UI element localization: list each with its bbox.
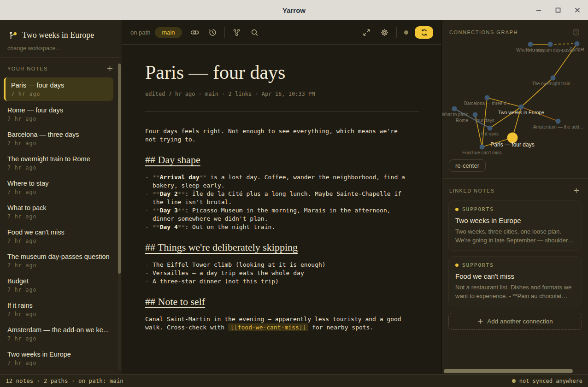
note-list-item[interactable]: If it rains7 hr ago: [0, 297, 122, 322]
graph-node-train[interactable]: [551, 76, 556, 81]
section-heading: ## Things we're deliberately skipping: [145, 243, 431, 252]
graph-node-where[interactable]: [528, 42, 533, 47]
list-item: -The Eiffel Tower climb (looking at it i…: [145, 261, 431, 269]
note-item-timestamp: 7 hr ago: [7, 287, 114, 293]
graph-help-button[interactable]: ?: [571, 28, 581, 37]
toolbar-divider-2: [396, 27, 397, 38]
graph-node-food[interactable]: [480, 145, 485, 150]
close-button[interactable]: [571, 4, 583, 16]
linked-notes-heading: LINKED NOTES: [449, 188, 495, 194]
wikilink[interactable]: [[food-we-cant-miss]]: [228, 323, 308, 331]
note-list-item[interactable]: Budget7 hr ago: [0, 273, 122, 297]
list-item: -**Day 2**: Île de la Cité plus a long l…: [145, 190, 431, 206]
sync-status-dot: [404, 30, 408, 35]
bullet-marker: -: [145, 277, 153, 286]
note-item-timestamp: 7 hr ago: [7, 140, 114, 147]
note-item-timestamp: 7 hr ago: [7, 213, 114, 220]
note-list-item[interactable]: The museum day-passes question7 hr ago: [0, 248, 122, 273]
app-logo-icon: [7, 29, 18, 41]
graph-node-central[interactable]: [519, 105, 524, 110]
window-titlebar: Yarrow: [0, 0, 588, 20]
graph-node-budget[interactable]: [575, 41, 580, 47]
graph-node-rains[interactable]: [488, 126, 493, 131]
graph-node-label-central: Two weeks in Europe: [498, 110, 544, 115]
note-title: Paris — four days: [145, 61, 441, 83]
connections-graph-svg[interactable]: Where to stayThe museum day-pass...Budge…: [442, 20, 588, 158]
graph-node-barcelona[interactable]: [485, 95, 490, 100]
graph-node-label-amsterdam: Amsterdam — the add...: [533, 124, 583, 129]
toolbar-divider: [224, 27, 225, 38]
search-button[interactable]: [249, 27, 260, 38]
connections-graph-section: Where to stayThe museum day-pass...Budge…: [442, 20, 588, 179]
graph-node-pack[interactable]: [452, 106, 457, 111]
note-item-timestamp: 7 hr ago: [11, 91, 108, 97]
expand-icon: [362, 28, 371, 37]
path-badge-main[interactable]: main: [155, 27, 182, 38]
bullet-list: -The Eiffel Tower climb (looking at it i…: [145, 261, 431, 286]
note-item-timestamp: 7 hr ago: [7, 238, 114, 244]
graph-node-label-food: Food we can't miss: [462, 150, 501, 155]
copy-link-button[interactable]: [189, 27, 200, 38]
note-list-item[interactable]: Two weeks in Europe7 hr ago: [0, 346, 122, 370]
linked-note-card[interactable]: SUPPORTSTwo weeks in EuropeTwo weeks, th…: [448, 200, 582, 251]
note-list-item[interactable]: Where to stay7 hr ago: [0, 175, 122, 199]
graph-node-museum[interactable]: [548, 42, 553, 47]
graph-node-label-barcelona: Barcelona — three d...: [464, 101, 510, 106]
linked-note-card[interactable]: SUPPORTSFood we can't missNot a restaura…: [448, 256, 582, 306]
note-list-item[interactable]: Rome — four days7 hr ago: [0, 102, 122, 126]
note-editor[interactable]: Paris — four days edited 7 hr ago · main…: [122, 45, 441, 374]
panel-horizontal-scrollbar[interactable]: [444, 369, 573, 373]
relation-dot: [455, 208, 459, 211]
recenter-button[interactable]: re-center: [449, 159, 486, 172]
graph-node-label-budget: Budget: [570, 47, 584, 52]
minimize-button[interactable]: [533, 4, 545, 16]
graph-node-label-rome: Rome — four days: [456, 118, 494, 123]
note-list-item[interactable]: Paris — four days7 hr ago: [4, 77, 113, 101]
graph-node-amsterdam[interactable]: [556, 119, 561, 124]
your-notes-heading: YOUR NOTES: [7, 66, 48, 71]
note-list-item[interactable]: What to pack7 hr ago: [0, 199, 122, 224]
search-icon: [250, 28, 259, 37]
note-item-title: Paris — four days: [11, 82, 108, 89]
svg-text:?: ?: [575, 30, 577, 35]
list-item: -Versailles — a day trip eats the whole …: [145, 269, 431, 277]
relation-dot: [455, 264, 459, 267]
maximize-icon: [555, 7, 561, 13]
editor-body[interactable]: Four days feels right. Not enough to see…: [145, 127, 431, 332]
maximize-button[interactable]: [552, 4, 564, 16]
note-item-title: The overnight train to Rome: [7, 155, 114, 163]
note-list-item[interactable]: Food we can't miss7 hr ago: [0, 224, 122, 248]
paragraph: Four days feels right. Not enough to see…: [145, 127, 431, 144]
note-list-item[interactable]: The overnight train to Rome7 hr ago: [0, 151, 122, 175]
change-workspace-link[interactable]: change workspace...: [7, 45, 114, 52]
minimize-icon: [535, 7, 542, 13]
bullet-marker: -: [145, 269, 153, 277]
add-link-button[interactable]: [572, 186, 581, 195]
history-button[interactable]: [207, 27, 218, 38]
on-path-label: on path: [130, 29, 150, 36]
paragraph: Canal Saint-Martin in the evening — appa…: [145, 315, 431, 332]
note-list-item[interactable]: Amsterdam — the add-on we ke...7 hr ago: [0, 322, 122, 346]
linked-note-excerpt: Two weeks, three cities, one loose plan.…: [455, 227, 575, 245]
bullet-list: -**Arrival day** is a lost day. Coffee, …: [145, 173, 431, 231]
note-item-title: Barcelona — three days: [7, 131, 114, 138]
history-icon: [208, 28, 217, 37]
note-list-item[interactable]: Barcelona — three days7 hr ago: [0, 126, 122, 151]
expand-button[interactable]: [361, 27, 372, 38]
note-item-timestamp: 7 hr ago: [7, 311, 114, 317]
gear-icon: [380, 28, 389, 37]
add-connection-button[interactable]: Add another connection: [448, 313, 582, 330]
list-item: -**Arrival day** is a lost day. Coffee, …: [145, 173, 431, 190]
settings-button[interactable]: [379, 27, 390, 38]
linked-note-excerpt: Not a restaurant list. Dishes and format…: [455, 283, 575, 300]
graph-node-rome[interactable]: [473, 112, 478, 117]
sidebar-scrollbar-thumb[interactable]: [118, 64, 121, 274]
note-item-timestamp: 7 hr ago: [7, 262, 114, 269]
add-connection-label: Add another connection: [487, 318, 553, 325]
sync-button[interactable]: [415, 26, 433, 39]
list-item: -**Day 3**: Picasso Museum in the mornin…: [145, 206, 431, 223]
add-note-button[interactable]: [106, 64, 114, 73]
bullet-marker: -: [145, 223, 153, 231]
graph-view-button[interactable]: [231, 27, 242, 38]
note-item-title: Budget: [7, 277, 114, 285]
